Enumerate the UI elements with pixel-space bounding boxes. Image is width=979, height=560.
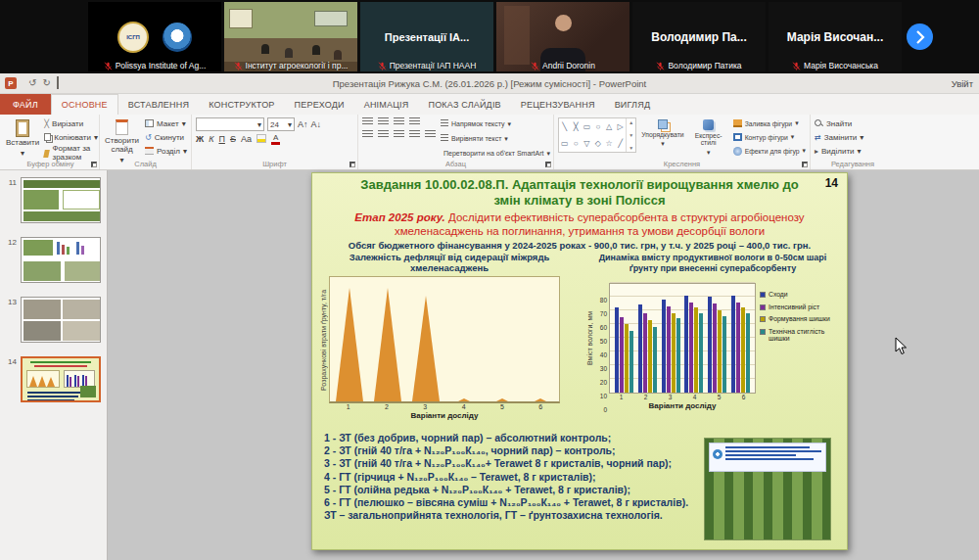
bar-group xyxy=(684,296,703,393)
muted-mic-icon xyxy=(104,62,113,70)
change-case-button[interactable]: Аа xyxy=(241,135,252,144)
shape-outline-button[interactable]: Контур фігури▾ xyxy=(733,131,806,143)
section-button[interactable]: Розділ▾ xyxy=(145,145,187,157)
align-text-label: Вирівняти текст xyxy=(451,135,501,142)
redo-button[interactable]: ↻ xyxy=(42,78,50,88)
font-dialog-launcher[interactable] xyxy=(350,162,355,167)
convert-smartart-button[interactable]: Перетворити на об'єкт SmartArt▾ xyxy=(441,147,550,160)
copy-icon xyxy=(44,133,51,141)
align-right-button[interactable] xyxy=(394,130,404,141)
participant-tile-polissya[interactable]: ІСГП Polissya Institute of Ag... xyxy=(88,2,221,71)
shapes-gallery[interactable]: ╲╳▭○△▷ ▭○▽◇☆╱ ▲▼▼ xyxy=(558,117,636,153)
underline-button[interactable]: П xyxy=(218,135,224,144)
shape-fill-button[interactable]: Заливка фігури▾ xyxy=(733,117,806,129)
participant-tile-doronin[interactable]: Andrii Doronin xyxy=(496,2,629,71)
font-color-button[interactable]: А xyxy=(271,133,280,145)
next-participants-button[interactable] xyxy=(907,23,933,50)
participant-tile-agroecology[interactable]: Інститут агроекології і пр... xyxy=(224,2,357,71)
slideshow-button[interactable] xyxy=(57,78,59,88)
moisture-bar-chart[interactable]: Динаміка вмісту продуктивної вологи в 0-… xyxy=(584,253,841,429)
participant-label: Andrii Doronin xyxy=(542,61,595,70)
tab-slideshow[interactable]: ПОКАЗ СЛАЙДІВ xyxy=(418,94,510,115)
find-button[interactable]: Знайти xyxy=(815,117,863,129)
drawing-dialog-launcher[interactable] xyxy=(802,162,808,167)
cone-series-bar xyxy=(406,296,444,401)
align-center-button[interactable] xyxy=(378,130,389,141)
poster-text-line xyxy=(725,450,821,452)
clipboard-dialog-launcher[interactable] xyxy=(91,162,97,167)
slide-thumbnail-13[interactable] xyxy=(21,297,101,343)
highlight-button[interactable] xyxy=(256,134,266,145)
reset-button[interactable]: ↺Скинути xyxy=(145,131,187,143)
x-tick-label: 6 xyxy=(731,394,756,400)
participant-tile-patyka[interactable]: Володимир Па... Володимир Патика xyxy=(632,2,766,71)
copy-button[interactable]: Копіювати▾ xyxy=(44,131,98,143)
decrease-font-button[interactable]: А↓ xyxy=(311,120,322,129)
strikethrough-button[interactable]: S xyxy=(230,135,236,144)
bar xyxy=(676,318,680,393)
layout-button[interactable]: Макет▾ xyxy=(145,117,187,129)
paragraph-dialog-launcher[interactable] xyxy=(545,162,551,167)
shapes-scrollbar[interactable]: ▲▼▼ xyxy=(626,118,635,152)
participant-tile-presentations[interactable]: Презентації ІА... Презентації ІАП НААН xyxy=(360,2,493,71)
text-direction-button[interactable]: Напрямок тексту▾ xyxy=(441,117,550,130)
logo-text: ІСГП xyxy=(126,34,140,40)
italic-button[interactable]: К xyxy=(209,135,213,144)
stage-text-block[interactable]: Етап 2025 року. Дослідити ефективність с… xyxy=(312,210,847,238)
bullets-button[interactable] xyxy=(362,117,373,128)
bold-button[interactable]: Ж xyxy=(196,135,204,144)
tab-view[interactable]: ВИГЛЯД xyxy=(605,94,661,115)
participant-tile-vysochanska[interactable]: Марія Височан... Марія Височанська xyxy=(769,2,902,71)
cone-icon xyxy=(336,288,363,401)
cone-series-bar xyxy=(330,288,368,401)
replace-button[interactable]: ⇄Замінити▾ xyxy=(815,131,863,143)
deflation-cone-chart[interactable]: Залежність дефляції від сидерації міжряд… xyxy=(318,253,581,429)
align-text-button[interactable]: Вирівняти текст▾ xyxy=(441,132,550,145)
shape-effects-button[interactable]: Ефекти для фігур▾ xyxy=(733,145,806,157)
paste-button[interactable]: Вставити▾ xyxy=(6,117,39,159)
slide-page-number: 14 xyxy=(825,176,838,190)
budget-line[interactable]: Обсяг бюджетного фінансування у 2024-202… xyxy=(312,240,847,251)
group-label: Редагування xyxy=(811,160,895,168)
tab-home[interactable]: ОСНОВНЕ xyxy=(51,94,118,115)
sign-in-button[interactable]: Увійт xyxy=(952,78,973,89)
slide-thumbnail-12[interactable] xyxy=(21,237,101,283)
tab-file[interactable]: ФАЙЛ xyxy=(0,94,51,115)
new-slide-icon xyxy=(116,119,128,135)
increase-indent-button[interactable] xyxy=(409,117,420,128)
quick-styles-button[interactable]: Експрес-стилі▾ xyxy=(689,117,728,156)
align-left-button[interactable] xyxy=(362,130,373,141)
justify-button[interactable] xyxy=(409,130,420,141)
select-button[interactable]: ▸Виділити▾ xyxy=(815,145,863,157)
text-direction-icon xyxy=(441,119,448,128)
font-name-combobox[interactable]: ▾ xyxy=(196,117,264,131)
group-label: Шрифт xyxy=(192,160,357,168)
slide-title[interactable]: Завдання 10.00.02.08.П. Адаптація технол… xyxy=(312,177,847,208)
columns-button[interactable] xyxy=(425,130,436,141)
slide-thumbnail-11[interactable] xyxy=(21,177,101,223)
tab-transitions[interactable]: ПЕРЕХОДИ xyxy=(285,94,354,115)
decrease-indent-icon xyxy=(394,117,404,126)
font-size-combobox[interactable]: 24▾ xyxy=(267,117,295,131)
slide-thumbnail-14-selected[interactable] xyxy=(21,356,101,402)
decrease-indent-button[interactable] xyxy=(394,117,404,128)
numbering-button[interactable] xyxy=(378,117,389,128)
new-slide-button[interactable]: Створити слайд▾ xyxy=(104,117,140,164)
increase-font-button[interactable]: А↑ xyxy=(298,120,308,129)
tab-animations[interactable]: АНІМАЦІЯ xyxy=(354,94,419,115)
participant-display-name: Володимир Па... xyxy=(651,30,747,44)
arrange-button[interactable]: Упорядкувати▾ xyxy=(641,117,683,148)
slide-canvas[interactable]: 14 Завдання 10.00.02.08.П. Адаптація тех… xyxy=(311,172,848,550)
y-tick-label: 40 xyxy=(600,351,607,358)
tab-design[interactable]: КОНСТРУКТОР xyxy=(199,94,284,115)
thumbnail-preview xyxy=(38,376,46,387)
thumbnail-preview xyxy=(23,240,53,256)
cone-icon xyxy=(374,288,401,401)
thumbnail-preview xyxy=(63,300,100,319)
cut-button[interactable]: ╳Вирізати xyxy=(44,117,98,129)
bar xyxy=(741,307,745,393)
tab-review[interactable]: РЕЦЕНЗУВАННЯ xyxy=(511,94,605,115)
tab-insert[interactable]: ВСТАВЛЕННЯ xyxy=(118,94,199,115)
hop-field-image[interactable] xyxy=(704,438,831,540)
x-tick-label: 1 xyxy=(329,403,367,410)
